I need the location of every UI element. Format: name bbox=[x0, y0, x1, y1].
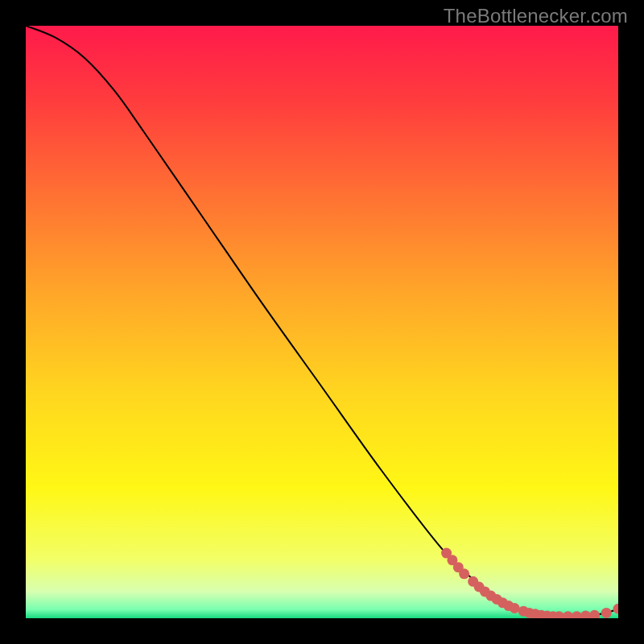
heat-gradient-background bbox=[26, 26, 618, 618]
bottleneck-curve-chart bbox=[26, 26, 618, 618]
data-point-marker bbox=[601, 608, 612, 618]
chart-frame bbox=[26, 26, 618, 618]
watermark-text: TheBottlenecker.com bbox=[444, 5, 628, 27]
data-point-marker bbox=[459, 568, 469, 579]
data-point-marker bbox=[510, 603, 520, 613]
